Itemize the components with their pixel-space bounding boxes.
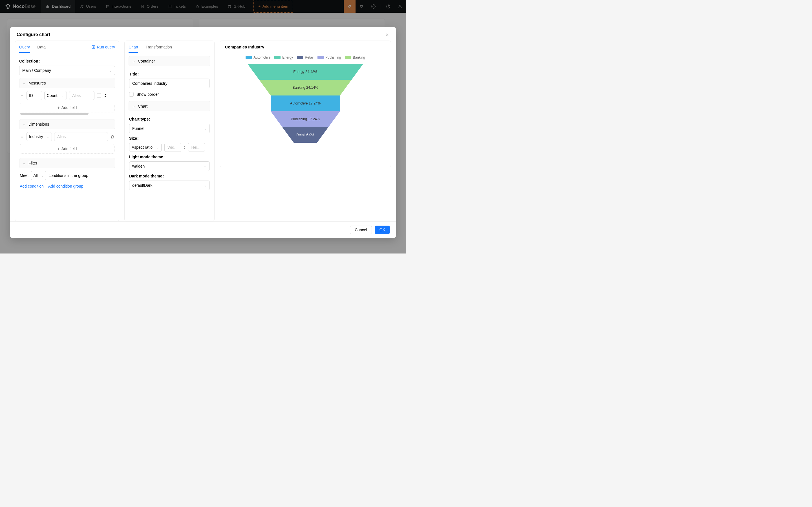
filter-section-head[interactable]: ⌄ Filter — [19, 158, 115, 168]
show-border-label: Show border — [137, 92, 159, 97]
add-dimension-field-button[interactable]: + Add field — [20, 144, 114, 154]
chart-legend: Automotive Energy Retail Publishing Bank… — [220, 52, 391, 64]
run-query-button[interactable]: Run query — [91, 45, 115, 49]
funnel-seg-retail[interactable]: Retail 6.9% — [248, 127, 363, 143]
measure-agg-select[interactable]: Count⌄ — [44, 91, 67, 100]
measure-agg: Count — [47, 93, 57, 98]
dimensions-section-head[interactable]: ⌄ Dimensions — [19, 119, 115, 129]
add-field-label: Add field — [61, 147, 77, 151]
swatch-icon — [274, 56, 281, 59]
chevron-down-icon: ⌄ — [204, 183, 207, 187]
legend-label: Publishing — [325, 55, 341, 59]
run-query-label: Run query — [97, 45, 115, 49]
ok-button[interactable]: OK — [375, 226, 390, 234]
add-condition-group-link[interactable]: Add condition group — [48, 184, 84, 188]
chart-section-label: Chart — [138, 104, 147, 108]
funnel-seg-banking[interactable]: Banking 24.14% — [248, 80, 363, 96]
legend-label: Retail — [305, 55, 313, 59]
filter-rest-label: conditions in the group — [49, 173, 88, 178]
configure-chart-modal: Configure chart Query Data Run query Col… — [10, 27, 396, 238]
chart-config-scroll[interactable]: ⌄ Container Title Show border ⌄ Chart — [124, 53, 214, 221]
legend-item[interactable]: Retail — [297, 55, 313, 59]
chevron-down-icon: ⌄ — [23, 81, 26, 85]
chevron-down-icon: ⌄ — [41, 173, 44, 177]
size-width-input[interactable] — [164, 143, 181, 152]
legend-item[interactable]: Automotive — [246, 55, 270, 59]
chevron-down-icon: ⌄ — [23, 161, 26, 165]
delete-button[interactable] — [110, 135, 114, 139]
legend-label: Energy — [282, 55, 293, 59]
light-theme-value: walden — [132, 164, 145, 168]
show-border-checkbox[interactable] — [129, 92, 134, 97]
chart-title-input[interactable] — [129, 78, 210, 88]
chart-preview-panel: Companies Industry Automotive Energy Ret… — [220, 41, 391, 221]
dark-theme-select[interactable]: defaultDark ⌄ — [129, 180, 210, 190]
dark-theme-label: Dark mode theme — [129, 174, 164, 178]
left-tabs: Query Data Run query — [15, 41, 119, 53]
size-mode-value: Aspect ratio — [132, 145, 153, 150]
filter-label: Filter — [29, 161, 37, 165]
funnel-label: Retail 6.9% — [296, 133, 314, 137]
legend-item[interactable]: Energy — [274, 55, 293, 59]
chart-type-select[interactable]: Funnel ⌄ — [129, 124, 210, 133]
horizontal-scrollbar[interactable] — [20, 113, 89, 115]
container-label: Container — [138, 59, 155, 63]
chevron-down-icon: ⌄ — [37, 94, 40, 98]
size-separator: : — [184, 145, 185, 150]
tab-query[interactable]: Query — [19, 42, 30, 52]
measure-field-select[interactable]: ID⌄ — [27, 91, 42, 100]
legend-label: Banking — [353, 55, 365, 59]
query-scroll[interactable]: Collection Main / Company ⌄ ⌄ Measures ≡… — [15, 53, 119, 221]
swatch-icon — [317, 56, 324, 59]
plus-icon: + — [57, 105, 60, 110]
close-button[interactable] — [385, 33, 389, 37]
legend-item[interactable]: Banking — [345, 55, 365, 59]
chart-config-panel: Chart Transformation ⌄ Container Title S… — [124, 41, 214, 221]
dimension-alias-input[interactable] — [54, 132, 108, 141]
chevron-down-icon: ⌄ — [61, 94, 64, 98]
modal-body: Query Data Run query Collection Main / C… — [10, 40, 396, 221]
size-mode-select[interactable]: Aspect ratio⌄ — [129, 143, 161, 152]
cancel-button[interactable]: Cancel — [350, 226, 372, 234]
chevron-down-icon: ⌄ — [132, 59, 135, 63]
plus-icon: + — [57, 147, 60, 151]
drag-handle-icon[interactable]: ≡ — [20, 93, 24, 98]
size-height-input[interactable] — [188, 143, 205, 152]
chevron-down-icon: ⌄ — [156, 145, 159, 149]
tab-chart[interactable]: Chart — [129, 42, 138, 52]
filter-all-select[interactable]: All⌄ — [31, 171, 46, 180]
funnel-seg-automotive[interactable]: Automotive 17.24% — [248, 96, 363, 111]
chart-section-head[interactable]: ⌄ Chart — [129, 101, 210, 111]
chevron-down-icon: ⌄ — [204, 164, 207, 168]
funnel-seg-publishing[interactable]: Publishing 17.24% — [248, 111, 363, 127]
measure-checkbox[interactable] — [97, 93, 101, 98]
legend-label: Automotive — [253, 55, 270, 59]
close-icon — [385, 33, 389, 37]
query-panel: Query Data Run query Collection Main / C… — [15, 41, 119, 221]
measures-section-head[interactable]: ⌄ Measures — [19, 78, 115, 88]
filter-all-value: All — [33, 173, 38, 178]
dimension-field-select[interactable]: Industry⌄ — [27, 132, 52, 141]
measure-field: ID — [29, 93, 33, 98]
dimension-field: Industry — [29, 134, 43, 139]
add-condition-link[interactable]: Add condition — [20, 184, 44, 188]
chart-type-label: Chart type — [129, 117, 150, 121]
swatch-icon — [246, 56, 252, 59]
drag-handle-icon[interactable]: ≡ — [20, 134, 24, 139]
collection-label: Collection — [19, 59, 40, 63]
chevron-down-icon: ⌄ — [47, 135, 49, 138]
add-measure-field-button[interactable]: + Add field — [20, 103, 114, 112]
collection-select[interactable]: Main / Company ⌄ — [19, 66, 115, 75]
legend-item[interactable]: Publishing — [317, 55, 341, 59]
tab-transformation[interactable]: Transformation — [146, 42, 172, 52]
filter-meet-label: Meet — [20, 173, 29, 178]
filter-body: Meet All⌄ conditions in the group Add co… — [19, 168, 115, 190]
trash-icon — [110, 135, 114, 139]
swatch-icon — [297, 56, 303, 59]
measure-alias-input[interactable] — [69, 91, 94, 100]
collection-value: Main / Company — [22, 68, 51, 73]
light-theme-select[interactable]: walden ⌄ — [129, 161, 210, 171]
container-section-head[interactable]: ⌄ Container — [129, 56, 210, 66]
tab-data[interactable]: Data — [37, 42, 46, 52]
funnel-seg-energy[interactable]: Energy 34.48% — [248, 64, 363, 80]
